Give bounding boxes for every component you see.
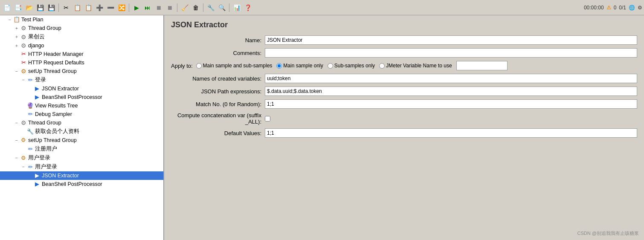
gear-orange-icon-setup1: ⚙	[20, 68, 27, 75]
tree-node-setup-thread-2[interactable]: − ⚙ setUp Thread Group	[0, 136, 163, 145]
json-path-input[interactable]	[265, 87, 637, 96]
pencil-icon-userlogin-child: ✏	[26, 164, 34, 171]
compute-concat-label: Compute concatenation var (suffix _ALL):	[171, 112, 265, 125]
gear-icon-1: ⚙	[20, 25, 27, 32]
tree-label-login: 登录	[35, 76, 163, 84]
tree-label-json-extractor-1: JSON Extractor	[42, 86, 163, 92]
right-panel: JSON Extractor Name: Comments: Apply to:…	[164, 15, 644, 240]
jmeter-var-input[interactable]	[456, 61, 508, 70]
tree-node-json-extractor-1[interactable]: ▶ JSON Extractor	[0, 84, 163, 93]
tree-label-user-login: 用户登录	[28, 154, 163, 162]
radio-label-main-sub: Main sample and sub-samples	[203, 63, 273, 69]
tree-label-setup-thread-2: setUp Thread Group	[28, 137, 163, 143]
tree-node-user-login-child[interactable]: − ✏ 用户登录	[0, 162, 163, 171]
separator-4	[203, 3, 203, 12]
start-no-pause-button[interactable]: ⏭	[142, 3, 153, 13]
save-copy-button[interactable]: 💾	[46, 3, 56, 13]
tree-label-http-header: HTTP Header Manager	[28, 51, 163, 57]
status-time: 00:00:00	[584, 5, 604, 11]
tree-label-debug-sampler: Debug Sampler	[35, 111, 163, 117]
match-no-row: Match No. (0 for Random):	[171, 99, 637, 109]
default-values-label: Default Values:	[171, 130, 265, 136]
script-icon-http-defaults: ✂	[20, 59, 27, 66]
start-button[interactable]: ▶	[131, 3, 142, 13]
tree-node-test-plan[interactable]: − 📋 Test Plan	[0, 15, 163, 24]
tree-node-beanshell-2[interactable]: ▶ BeanShell PostProcessor	[0, 180, 163, 188]
tree-node-login[interactable]: − ✏ 登录	[0, 75, 163, 84]
tree-node-http-header[interactable]: ✂ HTTP Header Manager	[0, 50, 163, 58]
tree-node-json-extractor-2[interactable]: ▶ JSON Extractor	[0, 171, 163, 180]
separator-1	[58, 3, 59, 12]
radio-input-sub-only[interactable]	[328, 63, 333, 69]
radio-input-main-sub[interactable]	[196, 63, 202, 69]
compute-concat-row: Compute concatenation var (suffix _ALL):	[171, 112, 637, 125]
tree-node-thread-group-2[interactable]: − ⚙ Thread Group	[0, 119, 163, 127]
tree-label-setup-thread-1: setUp Thread Group	[28, 68, 163, 74]
radio-group: Main sample and sub-samples Main sample …	[196, 61, 508, 70]
tree-node-get-member[interactable]: 🔧 获取会员个人资料	[0, 127, 163, 136]
tree-node-register[interactable]: ✏ 注册用户	[0, 145, 163, 153]
name-input[interactable]	[265, 35, 637, 45]
comments-input[interactable]	[265, 48, 637, 58]
error-ratio: 0/1	[619, 5, 626, 11]
radio-label-main-only: Main sample only	[283, 63, 323, 69]
radio-label-jmeter-var: JMeter Variable Name to use	[386, 63, 452, 69]
search-button[interactable]: 🔍	[217, 3, 227, 13]
radio-label-sub-only: Sub-samples only	[334, 63, 375, 69]
function-button[interactable]: 🔧	[206, 3, 216, 13]
copy-button[interactable]: 📋	[72, 3, 82, 13]
gear-orange-icon-setup2: ⚙	[20, 137, 27, 144]
tree-node-debug-sampler[interactable]: ✏ Debug Sampler	[0, 110, 163, 119]
save-button[interactable]: 💾	[35, 3, 45, 13]
help-button[interactable]: ❓	[243, 3, 253, 13]
new-button[interactable]: 📄	[2, 3, 12, 13]
clear-button[interactable]: 🧹	[180, 3, 190, 13]
radio-input-jmeter-var[interactable]	[379, 63, 385, 69]
table-button[interactable]: 📊	[232, 3, 242, 13]
pencil-icon-login: ✏	[26, 77, 34, 84]
template-button[interactable]: 📑	[13, 3, 23, 13]
paste-button[interactable]: 📋	[83, 3, 93, 13]
separator-3	[177, 3, 177, 12]
radio-main-only[interactable]: Main sample only	[276, 63, 323, 69]
expand-button[interactable]: ➕	[94, 3, 104, 13]
radio-input-main-only[interactable]	[276, 63, 282, 69]
name-label: Name:	[171, 37, 265, 43]
separator-2	[129, 3, 129, 12]
tree-node-setup-thread-1[interactable]: − ⚙ setUp Thread Group	[0, 67, 163, 75]
tree-node-http-defaults[interactable]: ✂ HTTP Request Defaults	[0, 58, 163, 67]
default-values-input[interactable]	[265, 128, 637, 138]
watermark: CSDN @别追我我有止咳糖浆	[577, 230, 639, 237]
collapse-button[interactable]: ➖	[105, 3, 116, 13]
compute-concat-checkbox[interactable]	[265, 116, 270, 121]
tree-node-beanshell-1[interactable]: ▶ BeanShell PostProcessor	[0, 93, 163, 101]
cut-button[interactable]: ✂	[61, 3, 71, 13]
tree-label-django: django	[28, 43, 163, 49]
comments-label: Comments:	[171, 50, 265, 56]
tree-node-view-results[interactable]: 🔮 View Results Tree	[0, 101, 163, 110]
stop-button[interactable]: ⏹	[154, 3, 164, 13]
arrow-icon-bean1: ▶	[33, 94, 41, 101]
toolbar-status: 00:00:00 ⚠ 0 0/1 🌐 ⚙	[584, 5, 642, 11]
names-vars-input[interactable]	[265, 74, 637, 83]
arrow-icon-json1: ▶	[33, 85, 41, 92]
tree-label-register: 注册用户	[35, 145, 163, 153]
default-values-row: Default Values:	[171, 128, 637, 138]
radio-sub-only[interactable]: Sub-samples only	[328, 63, 375, 69]
tree-node-django[interactable]: + ⚙ django	[0, 41, 163, 50]
tree-node-thread-group-1[interactable]: + ⚙ Thread Group	[0, 24, 163, 32]
open-button[interactable]: 📂	[24, 3, 34, 13]
script-icon-http-header: ✂	[20, 51, 27, 58]
tree-label-http-defaults: HTTP Request Defaults	[28, 60, 163, 66]
main-toolbar: 📄 📑 📂 💾 💾 ✂ 📋 📋 ➕ ➖ 🔀 ▶ ⏭ ⏹ ⏹ 🧹 🗑 🔧 🔍 📊 …	[0, 0, 644, 15]
tree-label-thread-group-1: Thread Group	[28, 25, 163, 31]
clear-all-button[interactable]: 🗑	[191, 3, 201, 13]
radio-jmeter-var[interactable]: JMeter Variable Name to use	[379, 63, 452, 69]
radio-main-sub[interactable]: Main sample and sub-samples	[196, 63, 273, 69]
gear-icon-tg2: ⚙	[20, 119, 27, 126]
match-no-input[interactable]	[265, 99, 637, 109]
tree-node-guochuang[interactable]: + ⚙ 果创云	[0, 32, 163, 41]
shutdown-button[interactable]: ⏹	[165, 3, 175, 13]
tree-node-user-login[interactable]: − ⚙ 用户登录	[0, 153, 163, 162]
toggle-button[interactable]: 🔀	[116, 3, 127, 13]
